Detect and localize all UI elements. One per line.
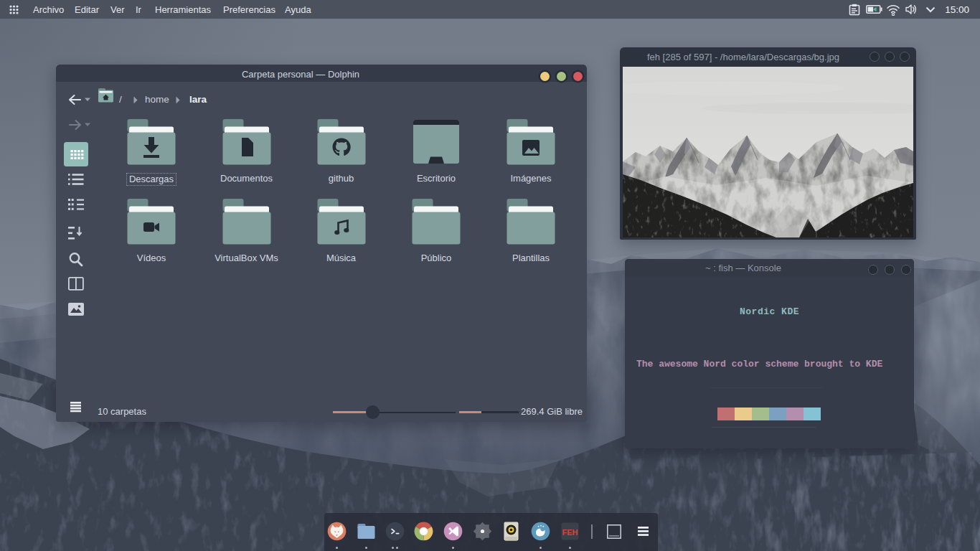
svg-text:FEH: FEH [562, 528, 578, 537]
